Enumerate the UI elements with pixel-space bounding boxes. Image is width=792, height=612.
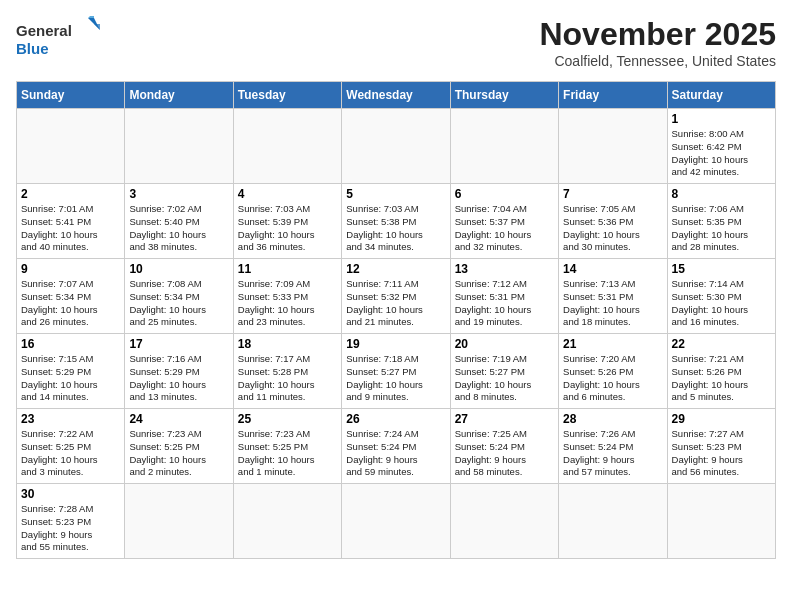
day-info: Sunrise: 7:09 AM Sunset: 5:33 PM Dayligh… (238, 278, 337, 329)
calendar-table: SundayMondayTuesdayWednesdayThursdayFrid… (16, 81, 776, 559)
calendar-cell (667, 484, 775, 559)
day-number: 18 (238, 337, 337, 351)
calendar-cell: 16Sunrise: 7:15 AM Sunset: 5:29 PM Dayli… (17, 334, 125, 409)
day-number: 6 (455, 187, 554, 201)
calendar-cell: 21Sunrise: 7:20 AM Sunset: 5:26 PM Dayli… (559, 334, 667, 409)
day-info: Sunrise: 7:24 AM Sunset: 5:24 PM Dayligh… (346, 428, 445, 479)
day-number: 3 (129, 187, 228, 201)
day-number: 12 (346, 262, 445, 276)
day-info: Sunrise: 7:17 AM Sunset: 5:28 PM Dayligh… (238, 353, 337, 404)
calendar-cell (559, 109, 667, 184)
calendar-cell: 18Sunrise: 7:17 AM Sunset: 5:28 PM Dayli… (233, 334, 341, 409)
title-area: November 2025 Coalfield, Tennessee, Unit… (539, 16, 776, 69)
day-info: Sunrise: 7:28 AM Sunset: 5:23 PM Dayligh… (21, 503, 120, 554)
day-number: 22 (672, 337, 771, 351)
day-number: 24 (129, 412, 228, 426)
calendar-cell: 27Sunrise: 7:25 AM Sunset: 5:24 PM Dayli… (450, 409, 558, 484)
svg-text:Blue: Blue (16, 40, 49, 57)
day-info: Sunrise: 7:04 AM Sunset: 5:37 PM Dayligh… (455, 203, 554, 254)
calendar-week-row: 1Sunrise: 8:00 AM Sunset: 6:42 PM Daylig… (17, 109, 776, 184)
day-info: Sunrise: 7:25 AM Sunset: 5:24 PM Dayligh… (455, 428, 554, 479)
calendar-cell: 11Sunrise: 7:09 AM Sunset: 5:33 PM Dayli… (233, 259, 341, 334)
calendar-cell (125, 484, 233, 559)
day-number: 26 (346, 412, 445, 426)
calendar-cell: 8Sunrise: 7:06 AM Sunset: 5:35 PM Daylig… (667, 184, 775, 259)
day-info: Sunrise: 7:11 AM Sunset: 5:32 PM Dayligh… (346, 278, 445, 329)
svg-marker-4 (94, 24, 100, 30)
day-number: 15 (672, 262, 771, 276)
month-title: November 2025 (539, 16, 776, 53)
calendar-cell: 20Sunrise: 7:19 AM Sunset: 5:27 PM Dayli… (450, 334, 558, 409)
calendar-cell (233, 484, 341, 559)
calendar-cell: 26Sunrise: 7:24 AM Sunset: 5:24 PM Dayli… (342, 409, 450, 484)
header: General Blue November 2025 Coalfield, Te… (16, 16, 776, 69)
day-info: Sunrise: 8:00 AM Sunset: 6:42 PM Dayligh… (672, 128, 771, 179)
day-number: 13 (455, 262, 554, 276)
weekday-header: Saturday (667, 82, 775, 109)
calendar-week-row: 30Sunrise: 7:28 AM Sunset: 5:23 PM Dayli… (17, 484, 776, 559)
location-title: Coalfield, Tennessee, United States (539, 53, 776, 69)
day-info: Sunrise: 7:03 AM Sunset: 5:38 PM Dayligh… (346, 203, 445, 254)
calendar-cell: 5Sunrise: 7:03 AM Sunset: 5:38 PM Daylig… (342, 184, 450, 259)
svg-marker-3 (88, 16, 94, 18)
calendar-cell: 25Sunrise: 7:23 AM Sunset: 5:25 PM Dayli… (233, 409, 341, 484)
calendar-cell (342, 109, 450, 184)
day-info: Sunrise: 7:18 AM Sunset: 5:27 PM Dayligh… (346, 353, 445, 404)
day-number: 17 (129, 337, 228, 351)
calendar-cell (450, 109, 558, 184)
day-number: 5 (346, 187, 445, 201)
calendar-week-row: 16Sunrise: 7:15 AM Sunset: 5:29 PM Dayli… (17, 334, 776, 409)
calendar-cell: 23Sunrise: 7:22 AM Sunset: 5:25 PM Dayli… (17, 409, 125, 484)
weekday-header: Monday (125, 82, 233, 109)
svg-text:General: General (16, 22, 72, 39)
calendar-cell (125, 109, 233, 184)
day-number: 14 (563, 262, 662, 276)
calendar-cell (233, 109, 341, 184)
logo: General Blue (16, 16, 106, 60)
calendar-cell (17, 109, 125, 184)
calendar-cell: 13Sunrise: 7:12 AM Sunset: 5:31 PM Dayli… (450, 259, 558, 334)
weekday-header: Tuesday (233, 82, 341, 109)
weekday-header: Sunday (17, 82, 125, 109)
day-info: Sunrise: 7:27 AM Sunset: 5:23 PM Dayligh… (672, 428, 771, 479)
day-number: 10 (129, 262, 228, 276)
calendar-cell (342, 484, 450, 559)
calendar-cell: 2Sunrise: 7:01 AM Sunset: 5:41 PM Daylig… (17, 184, 125, 259)
day-number: 29 (672, 412, 771, 426)
day-info: Sunrise: 7:12 AM Sunset: 5:31 PM Dayligh… (455, 278, 554, 329)
day-info: Sunrise: 7:08 AM Sunset: 5:34 PM Dayligh… (129, 278, 228, 329)
calendar-cell: 9Sunrise: 7:07 AM Sunset: 5:34 PM Daylig… (17, 259, 125, 334)
calendar-cell: 29Sunrise: 7:27 AM Sunset: 5:23 PM Dayli… (667, 409, 775, 484)
day-info: Sunrise: 7:21 AM Sunset: 5:26 PM Dayligh… (672, 353, 771, 404)
day-info: Sunrise: 7:23 AM Sunset: 5:25 PM Dayligh… (238, 428, 337, 479)
calendar-cell: 12Sunrise: 7:11 AM Sunset: 5:32 PM Dayli… (342, 259, 450, 334)
day-info: Sunrise: 7:07 AM Sunset: 5:34 PM Dayligh… (21, 278, 120, 329)
weekday-header: Friday (559, 82, 667, 109)
day-number: 19 (346, 337, 445, 351)
calendar-cell: 7Sunrise: 7:05 AM Sunset: 5:36 PM Daylig… (559, 184, 667, 259)
calendar-cell (559, 484, 667, 559)
day-info: Sunrise: 7:06 AM Sunset: 5:35 PM Dayligh… (672, 203, 771, 254)
calendar-cell: 24Sunrise: 7:23 AM Sunset: 5:25 PM Dayli… (125, 409, 233, 484)
day-number: 23 (21, 412, 120, 426)
calendar-week-row: 23Sunrise: 7:22 AM Sunset: 5:25 PM Dayli… (17, 409, 776, 484)
day-number: 9 (21, 262, 120, 276)
weekday-header: Thursday (450, 82, 558, 109)
weekday-header: Wednesday (342, 82, 450, 109)
day-info: Sunrise: 7:01 AM Sunset: 5:41 PM Dayligh… (21, 203, 120, 254)
day-number: 27 (455, 412, 554, 426)
calendar-cell: 4Sunrise: 7:03 AM Sunset: 5:39 PM Daylig… (233, 184, 341, 259)
calendar-cell: 3Sunrise: 7:02 AM Sunset: 5:40 PM Daylig… (125, 184, 233, 259)
calendar-cell: 17Sunrise: 7:16 AM Sunset: 5:29 PM Dayli… (125, 334, 233, 409)
day-number: 30 (21, 487, 120, 501)
day-number: 7 (563, 187, 662, 201)
day-info: Sunrise: 7:13 AM Sunset: 5:31 PM Dayligh… (563, 278, 662, 329)
day-number: 2 (21, 187, 120, 201)
day-number: 21 (563, 337, 662, 351)
day-info: Sunrise: 7:26 AM Sunset: 5:24 PM Dayligh… (563, 428, 662, 479)
day-info: Sunrise: 7:14 AM Sunset: 5:30 PM Dayligh… (672, 278, 771, 329)
day-number: 11 (238, 262, 337, 276)
day-number: 25 (238, 412, 337, 426)
day-info: Sunrise: 7:05 AM Sunset: 5:36 PM Dayligh… (563, 203, 662, 254)
calendar-cell: 28Sunrise: 7:26 AM Sunset: 5:24 PM Dayli… (559, 409, 667, 484)
